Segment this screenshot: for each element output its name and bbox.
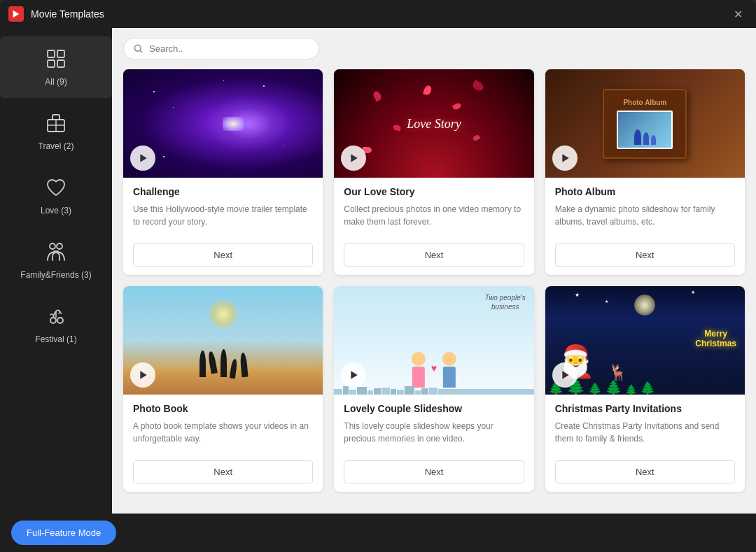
full-feature-button[interactable]: Full-Feature Mode [11,521,116,545]
play-button-photobook[interactable] [130,362,155,388]
sidebar-item-festival[interactable]: Festival (1) [0,294,112,355]
template-info-christmas: Christmas Party Invitations Create Chris… [545,395,745,453]
svg-rect-3 [48,60,55,67]
sidebar-item-travel-label: Travel (2) [38,141,74,151]
play-button-photoalbum[interactable] [552,146,578,171]
template-next-photobook[interactable]: Next [133,460,313,483]
template-next-challenge[interactable]: Next [133,243,313,267]
template-name-lovestory: Our Love Story [344,186,524,197]
album-book: Photo Album [603,89,687,159]
sidebar-item-all[interactable]: All (9) [0,36,112,98]
bottom-bar: Full-Feature Mode [0,514,756,552]
template-next-couple[interactable]: Next [344,460,524,483]
template-thumb-photobook[interactable] [123,286,323,395]
template-desc-christmas: Create Christmas Party Invitations and s… [555,420,735,445]
sidebar-item-love[interactable]: Love (3) [0,165,112,227]
template-card-photoalbum: Photo Album [545,69,745,275]
heart-icon [45,176,67,201]
template-thumb-photoalbum[interactable]: Photo Album [545,69,745,178]
titlebar: Movie Templates ✕ [0,0,756,28]
travel-icon [45,112,67,137]
svg-rect-2 [57,50,64,57]
search-input[interactable] [149,43,309,54]
play-button-challenge[interactable] [130,146,155,171]
play-button-christmas[interactable] [552,362,578,388]
template-desc-challenge: Use this Hollywood-style movie trailer t… [133,203,313,228]
template-thumb-lovestory[interactable]: Love Story [334,69,533,178]
sidebar-item-travel[interactable]: Travel (2) [0,101,112,162]
svg-line-14 [140,50,142,52]
template-card-couple: Two people'sbusiness ♥ [334,286,533,492]
svg-marker-0 [13,10,20,18]
svg-rect-1 [48,50,55,57]
svg-point-9 [50,243,55,249]
grid-icon [45,48,67,73]
template-thumb-challenge[interactable] [123,69,323,178]
svg-rect-4 [57,60,64,67]
template-info-challenge: Challenge Use this Hollywood-style movie… [123,178,323,236]
search-icon [134,44,144,54]
template-name-challenge: Challenge [133,186,313,197]
lovestory-overlay-text: Love Story [407,116,461,131]
svg-marker-16 [351,154,358,162]
template-next-lovestory[interactable]: Next [344,243,524,267]
template-name-photoalbum: Photo Album [555,186,735,197]
sidebar-item-all-label: All (9) [45,77,66,87]
window-title: Movie Templates [31,8,728,20]
search-bar [112,28,756,69]
svg-point-10 [57,243,62,249]
family-icon [45,241,67,266]
template-info-photobook: Photo Book A photo book template shows y… [123,395,323,453]
svg-point-12 [57,318,63,323]
sidebar-item-family-label: Family&Friends (3) [20,270,91,280]
sidebar-item-love-label: Love (3) [41,206,71,215]
app-icon [8,6,24,22]
template-info-couple: Lovely Couple Slideshow This lovely coup… [334,395,533,453]
play-button-couple[interactable] [341,362,366,388]
template-card-photobook: Photo Book A photo book template shows y… [123,286,323,492]
template-name-couple: Lovely Couple Slideshow [344,403,524,414]
svg-marker-19 [351,371,358,379]
template-thumb-christmas[interactable]: ★ ★ ★ 🎅 🦌 Merry Christmas [545,286,745,395]
close-button[interactable]: ✕ [728,4,748,24]
svg-point-11 [50,318,56,323]
search-input-wrap[interactable] [123,38,319,59]
content-area: Challenge Use this Hollywood-style movie… [112,28,756,514]
template-desc-couple: This lovely couple slideshow keeps your … [344,420,524,445]
main-content: All (9) Travel (2) [0,28,756,514]
templates-grid: Challenge Use this Hollywood-style movie… [112,69,756,514]
template-card-christmas: ★ ★ ★ 🎅 🦌 Merry Christmas [545,286,745,492]
svg-point-13 [134,45,141,51]
sidebar-item-family[interactable]: Family&Friends (3) [0,229,112,291]
template-thumb-couple[interactable]: Two people'sbusiness ♥ [334,286,533,395]
template-info-photoalbum: Photo Album Make a dynamic photo slidesh… [545,178,745,236]
movie-templates-window: Movie Templates ✕ All (9) [0,0,756,552]
template-card-lovestory: Love Story Our Love Story Collect precio… [334,69,533,275]
template-desc-photobook: A photo book template shows your videos … [133,420,313,445]
svg-marker-17 [562,154,568,162]
template-desc-photoalbum: Make a dynamic photo slideshow for famil… [555,203,735,228]
template-next-christmas[interactable]: Next [555,460,735,483]
sidebar: All (9) Travel (2) [0,28,112,514]
template-next-photoalbum[interactable]: Next [555,243,735,267]
template-desc-lovestory: Collect precious photos in one video mem… [344,203,524,228]
sidebar-item-festival-label: Festival (1) [35,334,76,344]
template-name-photobook: Photo Book [133,403,313,414]
template-name-christmas: Christmas Party Invitations [555,403,735,414]
svg-rect-5 [52,115,59,120]
svg-marker-15 [140,154,146,162]
svg-marker-18 [140,371,146,379]
festival-icon [45,305,67,330]
template-info-lovestory: Our Love Story Collect precious photos i… [334,178,533,236]
template-card-challenge: Challenge Use this Hollywood-style movie… [123,69,323,275]
svg-marker-20 [562,371,568,379]
